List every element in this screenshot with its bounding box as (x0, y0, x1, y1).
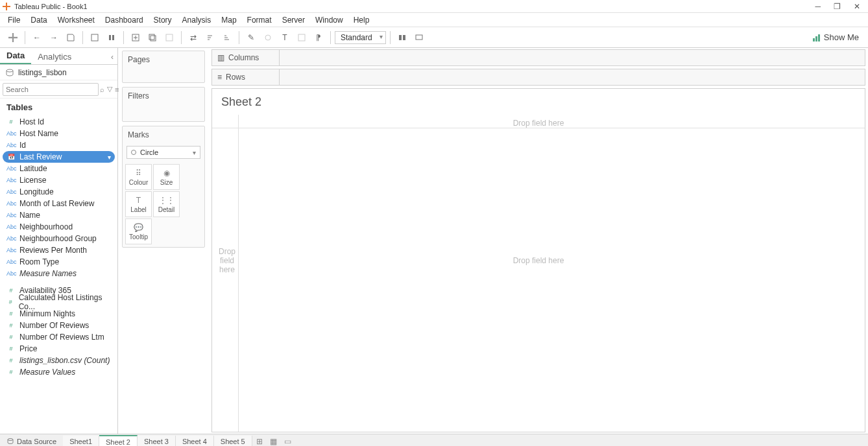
save-button[interactable] (63, 30, 78, 45)
number-icon: # (6, 119, 16, 125)
tooltip-button[interactable]: 💬Tooltip (125, 218, 152, 244)
tab-data[interactable]: Data (0, 48, 31, 64)
detail-button[interactable]: ⋮⋮Detail (153, 191, 180, 217)
redo-button[interactable]: → (46, 30, 62, 45)
field-number-of-reviews-ltm[interactable]: #Number Of Reviews Ltm (0, 331, 117, 343)
new-worksheet-tab-button[interactable]: ⊞ (252, 437, 267, 446)
sheet-tab-1[interactable]: Sheet1 (63, 436, 99, 447)
data-source-tab[interactable]: Data Source (0, 436, 63, 447)
menu-dashboard[interactable]: Dashboard (101, 14, 147, 26)
duplicate-button[interactable] (145, 30, 160, 45)
rows-shelf[interactable]: ≡Rows (211, 69, 865, 86)
separator (390, 31, 391, 44)
pages-card[interactable]: Pages (122, 51, 205, 83)
fit-dropdown[interactable]: Standard (335, 31, 386, 44)
field-price[interactable]: #Price (0, 343, 117, 355)
field-reviews-per-month[interactable]: AbcReviews Per Month (0, 244, 117, 256)
svg-point-21 (6, 69, 13, 72)
search-icon[interactable]: ⌕ (99, 86, 106, 93)
label-button[interactable]: TLabel (125, 191, 152, 217)
close-button[interactable]: ✕ (854, 2, 860, 11)
show-hide-cards-button[interactable] (394, 30, 410, 45)
menu-format[interactable]: Format (243, 14, 276, 26)
view-pane: ▥Columns ≡Rows Sheet 2 Drop field here D… (209, 48, 868, 434)
menu-window[interactable]: Window (311, 14, 347, 26)
menu-map[interactable]: Map (217, 14, 240, 26)
sheet-title[interactable]: Sheet 2 (212, 89, 865, 115)
field-host-name[interactable]: AbcHost Name (0, 128, 117, 139)
field-name[interactable]: AbcName (0, 209, 117, 221)
sheet-tab-5[interactable]: Sheet 5 (214, 436, 252, 447)
field-host-id[interactable]: #Host Id (0, 116, 117, 128)
minimize-button[interactable]: ─ (815, 2, 821, 11)
show-me-button[interactable]: Show Me (808, 31, 863, 43)
collapse-pane-button[interactable]: ‹ (107, 50, 117, 64)
field-neighbourhood-group[interactable]: AbcNeighbourhood Group (0, 233, 117, 244)
number-icon: # (6, 334, 16, 340)
menu-data[interactable]: Data (27, 14, 51, 26)
show-labels-button[interactable]: T (277, 30, 293, 45)
menu-worksheet[interactable]: Worksheet (54, 14, 99, 26)
sheet-tab-2[interactable]: Sheet 2 (99, 435, 138, 447)
text-icon: Abc (6, 235, 16, 242)
format-button[interactable]: ⁋ (311, 30, 326, 45)
sheet-tab-3[interactable]: Sheet 3 (138, 436, 176, 447)
group-button[interactable] (260, 30, 276, 45)
svg-rect-14 (298, 34, 305, 41)
swap-button[interactable]: ⇄ (186, 30, 201, 45)
sheet-canvas[interactable]: Sheet 2 Drop field here Drop field here … (211, 88, 865, 432)
menu-help[interactable]: Help (350, 14, 374, 26)
field-latitude[interactable]: AbcLatitude (0, 163, 117, 174)
new-worksheet-button[interactable] (128, 30, 143, 45)
tab-analytics[interactable]: Analytics (31, 49, 78, 64)
columns-drop-zone[interactable] (280, 50, 865, 65)
rows-drop-zone[interactable] (280, 69, 865, 85)
chevron-down-icon[interactable]: ▾ (108, 154, 111, 161)
presentation-mode-button[interactable] (411, 30, 427, 45)
undo-button[interactable]: ← (29, 30, 45, 45)
field-month-of-last-review[interactable]: AbcMonth of Last Review (0, 198, 117, 209)
new-story-tab-button[interactable]: ▭ (281, 437, 295, 446)
menu-analysis[interactable]: Analysis (178, 14, 215, 26)
field-number-of-reviews[interactable]: #Number Of Reviews (0, 320, 117, 331)
field-neighbourhood[interactable]: AbcNeighbourhood (0, 221, 117, 233)
pause-auto-updates-button[interactable] (104, 30, 119, 45)
sort-asc-button[interactable] (202, 30, 218, 45)
colour-button[interactable]: ⠿Colour (125, 164, 152, 190)
text-icon: Abc (6, 270, 16, 277)
menu-file[interactable]: File (4, 14, 24, 26)
menu-server[interactable]: Server (278, 14, 309, 26)
new-data-button[interactable] (87, 30, 102, 45)
columns-shelf[interactable]: ▥Columns (211, 49, 865, 66)
maximize-button[interactable]: ❐ (834, 2, 841, 11)
number-icon: # (6, 369, 16, 375)
filters-card[interactable]: Filters (122, 87, 205, 122)
clear-button[interactable] (162, 30, 177, 45)
detail-icon: ⋮⋮ (159, 196, 175, 205)
size-button[interactable]: ◉Size (153, 164, 180, 190)
field-measure-names[interactable]: AbcMeasure Names (0, 268, 117, 279)
tooltip-icon: 💬 (134, 223, 143, 232)
sort-desc-button[interactable] (219, 30, 235, 45)
tableau-logo-icon[interactable] (5, 30, 21, 45)
field-longitude[interactable]: AbcLongitude (0, 186, 117, 198)
svg-rect-10 (149, 34, 154, 40)
field-license[interactable]: AbcLicense (0, 174, 117, 186)
separator (181, 31, 182, 44)
menu-story[interactable]: Story (150, 14, 176, 26)
fix-axes-button[interactable] (294, 30, 309, 45)
cards-pane: Pages Filters Marks Circle ▾ ⠿Colour ◉Si… (118, 48, 209, 434)
new-dashboard-tab-button[interactable]: ▦ (267, 437, 281, 446)
data-source-row[interactable]: listings_lisbon (0, 65, 117, 80)
field-count[interactable]: #listings_lisbon.csv (Count) (0, 355, 117, 366)
search-input[interactable] (3, 83, 99, 96)
field-calculated-host-listings[interactable]: #Calculated Host Listings Co... (0, 296, 117, 308)
field-id[interactable]: AbcId (0, 139, 117, 151)
mark-type-dropdown[interactable]: Circle ▾ (127, 146, 200, 159)
field-room-type[interactable]: AbcRoom Type (0, 256, 117, 268)
filter-icon[interactable]: ▽ (106, 85, 114, 93)
field-measure-values[interactable]: #Measure Values (0, 366, 117, 378)
field-last-review[interactable]: 📅Last Review▾ (3, 151, 115, 163)
sheet-tab-4[interactable]: Sheet 4 (176, 436, 214, 447)
highlight-button[interactable]: ✎ (243, 30, 259, 45)
